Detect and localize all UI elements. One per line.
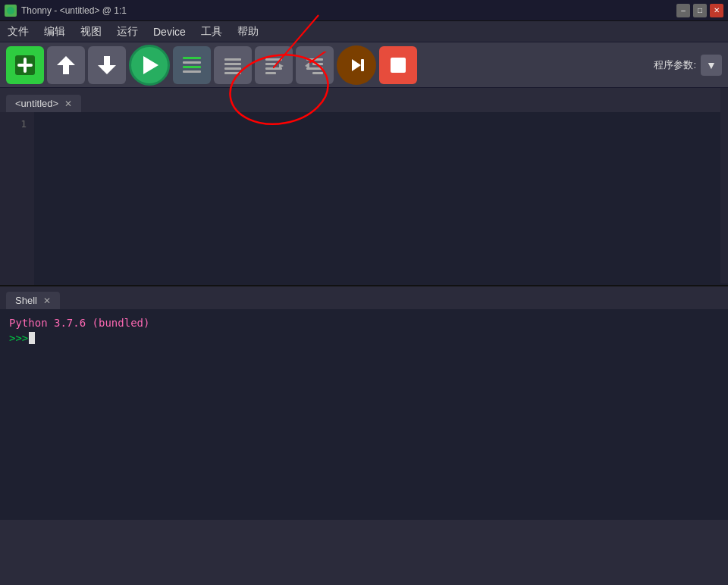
params-label: 程序参数: <box>654 58 696 72</box>
menu-help[interactable]: 帮助 <box>234 23 262 40</box>
python-version-text: Python 3.7.6 (bundled) <box>9 317 719 329</box>
shell-tab-label: Shell <box>15 295 37 306</box>
menu-view[interactable]: 视图 <box>77 23 105 40</box>
menu-bar: 文件 编辑 视图 运行 Device 工具 帮助 <box>0 21 728 42</box>
shell-prompt-line[interactable]: >>> <box>9 332 719 344</box>
svg-rect-10 <box>265 58 282 61</box>
title-bar-controls: – □ ✕ <box>676 4 723 17</box>
menu-tools[interactable]: 工具 <box>198 23 225 40</box>
minimize-button[interactable]: – <box>676 4 690 17</box>
shell-tab-close[interactable]: ✕ <box>43 296 51 306</box>
menu-edit[interactable]: 编辑 <box>41 23 68 40</box>
open-file-button[interactable] <box>47 46 85 84</box>
shell-prompt: >>> <box>9 332 28 344</box>
title-bar-title: Thonny - <untitled> @ 1:1 <box>21 5 127 16</box>
editor-tab-bar: <untitled> ✕ <box>0 88 728 112</box>
save-file-button[interactable] <box>88 46 126 84</box>
maximize-button[interactable]: □ <box>693 4 707 17</box>
resume-button[interactable] <box>337 45 376 85</box>
title-bar: Thonny - <untitled> @ 1:1 – □ ✕ <box>0 0 728 21</box>
step-out-button[interactable] <box>296 46 334 84</box>
menu-run[interactable]: 运行 <box>114 23 141 40</box>
svg-rect-8 <box>224 67 241 70</box>
step-into-button[interactable] <box>255 46 293 84</box>
menu-file[interactable]: 文件 <box>5 23 32 40</box>
line-numbers: 1 <box>0 112 34 285</box>
editor-tab-close[interactable]: ✕ <box>64 99 72 109</box>
svg-rect-16 <box>312 63 323 65</box>
new-file-button[interactable] <box>6 46 44 84</box>
shell-content[interactable]: Python 3.7.6 (bundled) >>> <box>0 309 728 520</box>
line-number-1: 1 <box>0 117 27 132</box>
run-button[interactable] <box>129 45 170 86</box>
app-icon <box>5 5 17 17</box>
step-over-button[interactable] <box>214 46 252 84</box>
shell-tab[interactable]: Shell ✕ <box>6 292 60 309</box>
svg-rect-11 <box>265 63 276 65</box>
editor-tab-label: <untitled> <box>15 98 58 109</box>
code-content[interactable] <box>34 112 728 285</box>
svg-rect-13 <box>265 72 276 74</box>
editor-area: <untitled> ✕ 1 <box>0 88 728 285</box>
svg-point-0 <box>7 7 14 14</box>
stop-button[interactable] <box>379 46 417 84</box>
shell-cursor <box>29 332 35 344</box>
menu-device[interactable]: Device <box>150 24 189 39</box>
close-button[interactable]: ✕ <box>710 4 723 17</box>
toolbar: 程序参数: ▼ <box>0 42 728 88</box>
editor-tab-untitled[interactable]: <untitled> ✕ <box>6 95 81 112</box>
debug-button[interactable] <box>173 46 211 84</box>
svg-rect-7 <box>224 63 241 65</box>
shell-tab-bar: Shell ✕ <box>0 285 728 309</box>
svg-marker-19 <box>305 62 309 68</box>
svg-rect-21 <box>361 59 364 71</box>
shell-area: Shell ✕ Python 3.7.6 (bundled) >>> <box>0 285 728 520</box>
svg-marker-20 <box>352 59 361 71</box>
svg-rect-18 <box>312 72 323 74</box>
title-bar-left: Thonny - <untitled> @ 1:1 <box>5 5 127 17</box>
svg-rect-9 <box>224 72 241 74</box>
svg-rect-6 <box>224 58 241 61</box>
editor-scrollbar[interactable] <box>720 88 728 283</box>
params-dropdown[interactable]: ▼ <box>701 55 722 76</box>
svg-rect-15 <box>306 58 323 61</box>
svg-marker-5 <box>98 56 116 74</box>
svg-marker-4 <box>57 56 75 74</box>
params-area: 程序参数: ▼ <box>654 55 722 76</box>
code-editor[interactable]: 1 <box>0 112 728 285</box>
